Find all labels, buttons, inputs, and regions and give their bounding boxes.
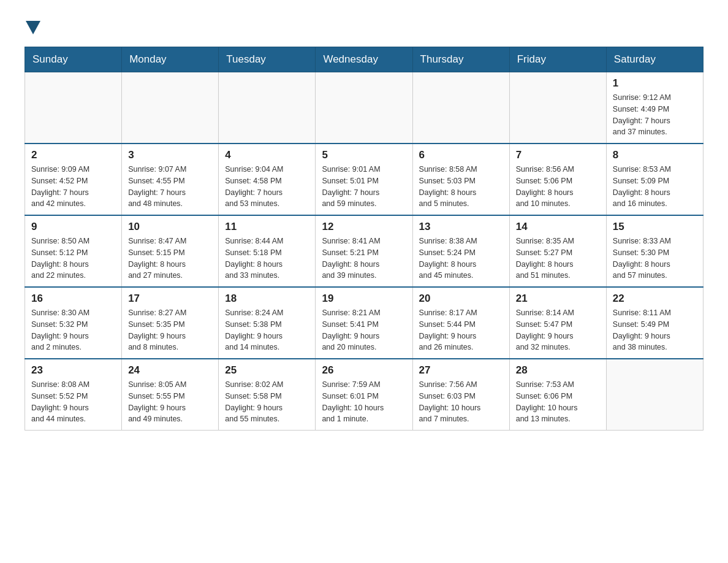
day-info: Sunrise: 8:50 AMSunset: 5:12 PMDaylight:…: [31, 236, 115, 282]
calendar-header-row: SundayMondayTuesdayWednesdayThursdayFrid…: [25, 47, 703, 72]
day-info: Sunrise: 8:11 AMSunset: 5:49 PMDaylight:…: [613, 307, 697, 353]
day-number: 27: [419, 364, 503, 377]
day-info: Sunrise: 8:53 AMSunset: 5:09 PMDaylight:…: [613, 164, 697, 210]
day-number: 12: [322, 221, 406, 233]
calendar-cell: 2Sunrise: 9:09 AMSunset: 4:52 PMDaylight…: [25, 144, 122, 215]
day-header-thursday: Thursday: [412, 47, 509, 72]
calendar-cell: 5Sunrise: 9:01 AMSunset: 5:01 PMDaylight…: [316, 144, 412, 215]
day-number: 19: [322, 293, 406, 305]
day-info: Sunrise: 9:01 AMSunset: 5:01 PMDaylight:…: [322, 164, 406, 210]
day-header-sunday: Sunday: [25, 47, 122, 72]
calendar-cell: 21Sunrise: 8:14 AMSunset: 5:47 PMDayligh…: [509, 287, 606, 359]
calendar-cell: 20Sunrise: 8:17 AMSunset: 5:44 PMDayligh…: [412, 287, 509, 359]
day-info: Sunrise: 9:04 AMSunset: 4:58 PMDaylight:…: [225, 164, 309, 210]
calendar-cell: 6Sunrise: 8:58 AMSunset: 5:03 PMDaylight…: [412, 144, 509, 215]
calendar-cell: 8Sunrise: 8:53 AMSunset: 5:09 PMDaylight…: [606, 144, 703, 215]
day-number: 3: [128, 149, 212, 161]
day-info: Sunrise: 8:56 AMSunset: 5:06 PMDaylight:…: [516, 164, 600, 210]
calendar-cell: [316, 72, 412, 144]
day-number: 16: [31, 293, 115, 305]
day-info: Sunrise: 8:24 AMSunset: 5:38 PMDaylight:…: [225, 307, 309, 353]
calendar-cell: 22Sunrise: 8:11 AMSunset: 5:49 PMDayligh…: [606, 287, 703, 359]
calendar-cell: 14Sunrise: 8:35 AMSunset: 5:27 PMDayligh…: [509, 215, 606, 287]
calendar-week-row: 16Sunrise: 8:30 AMSunset: 5:32 PMDayligh…: [25, 287, 703, 359]
day-info: Sunrise: 8:21 AMSunset: 5:41 PMDaylight:…: [322, 307, 406, 353]
day-number: 2: [31, 149, 115, 161]
day-number: 23: [31, 364, 115, 377]
day-info: Sunrise: 8:58 AMSunset: 5:03 PMDaylight:…: [419, 164, 503, 210]
day-info: Sunrise: 7:56 AMSunset: 6:03 PMDaylight:…: [419, 379, 503, 425]
calendar-cell: 3Sunrise: 9:07 AMSunset: 4:55 PMDaylight…: [122, 144, 219, 215]
day-info: Sunrise: 9:12 AMSunset: 4:49 PMDaylight:…: [613, 92, 697, 138]
day-info: Sunrise: 9:07 AMSunset: 4:55 PMDaylight:…: [128, 164, 212, 210]
day-number: 26: [322, 364, 406, 377]
calendar-cell: [25, 72, 122, 144]
calendar-cell: 18Sunrise: 8:24 AMSunset: 5:38 PMDayligh…: [219, 287, 316, 359]
day-header-monday: Monday: [122, 47, 219, 72]
calendar-cell: [606, 359, 703, 431]
calendar-cell: 4Sunrise: 9:04 AMSunset: 4:58 PMDaylight…: [219, 144, 316, 215]
calendar-cell: 27Sunrise: 7:56 AMSunset: 6:03 PMDayligh…: [412, 359, 509, 431]
day-info: Sunrise: 8:33 AMSunset: 5:30 PMDaylight:…: [613, 236, 697, 282]
calendar-cell: 12Sunrise: 8:41 AMSunset: 5:21 PMDayligh…: [316, 215, 412, 287]
day-header-saturday: Saturday: [606, 47, 703, 72]
day-number: 6: [419, 149, 503, 161]
day-info: Sunrise: 8:30 AMSunset: 5:32 PMDaylight:…: [31, 307, 115, 353]
day-info: Sunrise: 8:38 AMSunset: 5:24 PMDaylight:…: [419, 236, 503, 282]
day-number: 28: [516, 364, 600, 377]
calendar-cell: 7Sunrise: 8:56 AMSunset: 5:06 PMDaylight…: [509, 144, 606, 215]
day-info: Sunrise: 8:47 AMSunset: 5:15 PMDaylight:…: [128, 236, 212, 282]
day-header-wednesday: Wednesday: [316, 47, 412, 72]
day-number: 5: [322, 149, 406, 161]
day-number: 20: [419, 293, 503, 305]
calendar-cell: 9Sunrise: 8:50 AMSunset: 5:12 PMDaylight…: [25, 215, 122, 287]
day-info: Sunrise: 8:05 AMSunset: 5:55 PMDaylight:…: [128, 379, 212, 425]
calendar-cell: 17Sunrise: 8:27 AMSunset: 5:35 PMDayligh…: [122, 287, 219, 359]
calendar-week-row: 1Sunrise: 9:12 AMSunset: 4:49 PMDaylight…: [25, 72, 703, 144]
day-info: Sunrise: 8:27 AMSunset: 5:35 PMDaylight:…: [128, 307, 212, 353]
day-number: 18: [225, 293, 309, 305]
day-info: Sunrise: 7:59 AMSunset: 6:01 PMDaylight:…: [322, 379, 406, 425]
calendar-cell: 10Sunrise: 8:47 AMSunset: 5:15 PMDayligh…: [122, 215, 219, 287]
day-number: 9: [31, 221, 115, 233]
calendar-cell: [412, 72, 509, 144]
day-number: 17: [128, 293, 212, 305]
day-number: 21: [516, 293, 600, 305]
day-number: 13: [419, 221, 503, 233]
calendar-cell: 23Sunrise: 8:08 AMSunset: 5:52 PMDayligh…: [25, 359, 122, 431]
day-number: 1: [613, 77, 697, 90]
calendar-cell: [219, 72, 316, 144]
calendar-week-row: 9Sunrise: 8:50 AMSunset: 5:12 PMDaylight…: [25, 215, 703, 287]
day-number: 8: [613, 149, 697, 161]
calendar-cell: 28Sunrise: 7:53 AMSunset: 6:06 PMDayligh…: [509, 359, 606, 431]
calendar-week-row: 23Sunrise: 8:08 AMSunset: 5:52 PMDayligh…: [25, 359, 703, 431]
calendar-cell: 16Sunrise: 8:30 AMSunset: 5:32 PMDayligh…: [25, 287, 122, 359]
day-number: 4: [225, 149, 309, 161]
day-info: Sunrise: 8:02 AMSunset: 5:58 PMDaylight:…: [225, 379, 309, 425]
calendar-cell: 26Sunrise: 7:59 AMSunset: 6:01 PMDayligh…: [316, 359, 412, 431]
day-number: 15: [613, 221, 697, 233]
day-info: Sunrise: 8:41 AMSunset: 5:21 PMDaylight:…: [322, 236, 406, 282]
day-header-friday: Friday: [509, 47, 606, 72]
day-info: Sunrise: 8:14 AMSunset: 5:47 PMDaylight:…: [516, 307, 600, 353]
calendar-cell: 1Sunrise: 9:12 AMSunset: 4:49 PMDaylight…: [606, 72, 703, 144]
calendar-cell: [122, 72, 219, 144]
day-header-tuesday: Tuesday: [219, 47, 316, 72]
day-number: 24: [128, 364, 212, 377]
page-header: [12, 12, 716, 40]
day-info: Sunrise: 8:17 AMSunset: 5:44 PMDaylight:…: [419, 307, 503, 353]
calendar-cell: 24Sunrise: 8:05 AMSunset: 5:55 PMDayligh…: [122, 359, 219, 431]
day-number: 22: [613, 293, 697, 305]
calendar-cell: 19Sunrise: 8:21 AMSunset: 5:41 PMDayligh…: [316, 287, 412, 359]
day-number: 11: [225, 221, 309, 233]
day-info: Sunrise: 8:35 AMSunset: 5:27 PMDaylight:…: [516, 236, 600, 282]
calendar-cell: 25Sunrise: 8:02 AMSunset: 5:58 PMDayligh…: [219, 359, 316, 431]
day-info: Sunrise: 8:44 AMSunset: 5:18 PMDaylight:…: [225, 236, 309, 282]
day-info: Sunrise: 8:08 AMSunset: 5:52 PMDaylight:…: [31, 379, 115, 425]
day-number: 7: [516, 149, 600, 161]
logo-arrow-icon: [26, 21, 40, 34]
calendar-cell: 11Sunrise: 8:44 AMSunset: 5:18 PMDayligh…: [219, 215, 316, 287]
day-number: 14: [516, 221, 600, 233]
calendar-week-row: 2Sunrise: 9:09 AMSunset: 4:52 PMDaylight…: [25, 144, 703, 215]
calendar-cell: 15Sunrise: 8:33 AMSunset: 5:30 PMDayligh…: [606, 215, 703, 287]
